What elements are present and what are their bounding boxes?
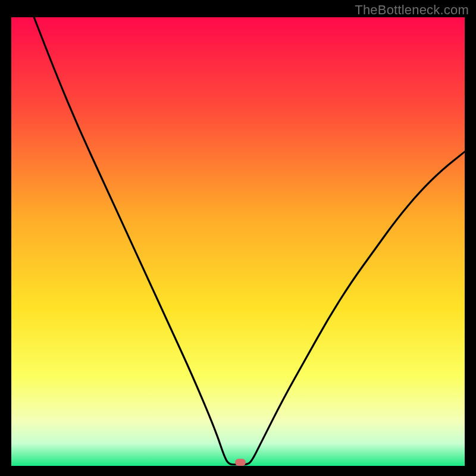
gradient-background — [11, 17, 465, 466]
optimal-point-marker — [235, 459, 246, 466]
chart-container: TheBottleneck.com — [0, 0, 476, 476]
watermark-text: TheBottleneck.com — [355, 2, 469, 18]
plot-svg — [11, 17, 465, 466]
plot-area — [11, 17, 465, 466]
